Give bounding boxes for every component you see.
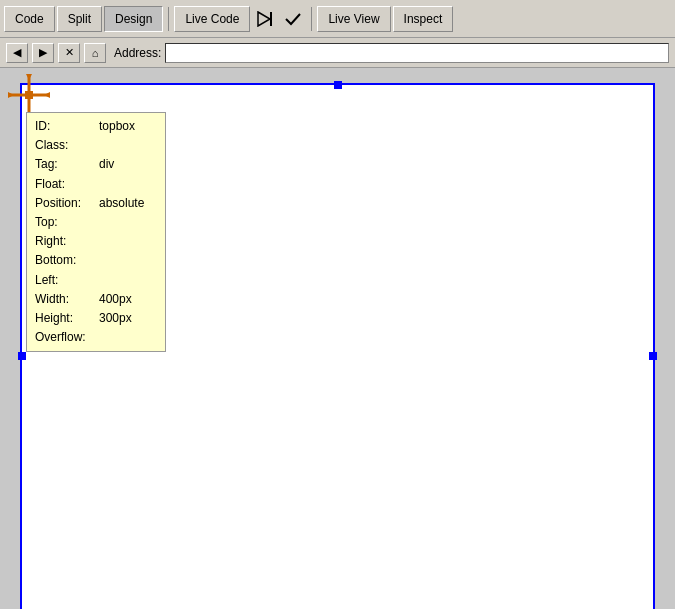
addressbar: ◀ ▶ ✕ ⌂ Address:	[0, 38, 675, 68]
code-button[interactable]: Code	[4, 6, 55, 32]
prop-id-row: ID: topbox	[35, 117, 157, 136]
prop-float-row: Float:	[35, 175, 157, 194]
livecode-button[interactable]: Live Code	[174, 6, 250, 32]
split-button[interactable]: Split	[57, 6, 102, 32]
liveview-button[interactable]: Live View	[317, 6, 390, 32]
properties-tooltip: ID: topbox Class: Tag: div Float: Positi…	[26, 112, 166, 352]
inspect-button[interactable]: Inspect	[393, 6, 454, 32]
prop-right-row: Right:	[35, 232, 157, 251]
address-input[interactable]	[165, 43, 669, 63]
prop-position-row: Position: absolute	[35, 194, 157, 213]
prop-tag-row: Tag: div	[35, 155, 157, 174]
prop-height-value: 300px	[99, 309, 132, 328]
handle-top-center[interactable]	[334, 81, 342, 89]
home-button[interactable]: ⌂	[84, 43, 106, 63]
prop-position-value: absolute	[99, 194, 144, 213]
prop-left-row: Left:	[35, 271, 157, 290]
svg-marker-6	[26, 74, 32, 80]
svg-marker-3	[8, 92, 14, 98]
prop-height-label: Height:	[35, 309, 95, 328]
stop-button[interactable]: ✕	[58, 43, 80, 63]
back-button[interactable]: ◀	[6, 43, 28, 63]
prop-bottom-label: Bottom:	[35, 251, 95, 270]
separator-1	[168, 7, 169, 31]
prop-height-row: Height: 300px	[35, 309, 157, 328]
svg-marker-4	[44, 92, 50, 98]
prop-overflow-label: Overflow:	[35, 328, 95, 347]
prop-bottom-row: Bottom:	[35, 251, 157, 270]
canvas-area: ID: topbox Class: Tag: div Float: Positi…	[0, 68, 675, 609]
design-button[interactable]: Design	[104, 6, 163, 32]
prop-tag-value: div	[99, 155, 114, 174]
handle-right-center[interactable]	[649, 352, 657, 360]
prop-width-label: Width:	[35, 290, 95, 309]
play-icon	[256, 11, 274, 27]
prop-top-label: Top:	[35, 213, 95, 232]
prop-float-label: Float:	[35, 175, 95, 194]
checkmark-icon-button[interactable]	[280, 6, 306, 32]
checkmark-icon	[284, 11, 302, 27]
toolbar: Code Split Design Live Code Live View In…	[0, 0, 675, 38]
prop-overflow-row: Overflow:	[35, 328, 157, 347]
prop-width-value: 400px	[99, 290, 132, 309]
prop-class-label: Class:	[35, 136, 95, 155]
prop-width-row: Width: 400px	[35, 290, 157, 309]
svg-marker-0	[258, 12, 270, 26]
prop-id-value: topbox	[99, 117, 135, 136]
prop-id-label: ID:	[35, 117, 95, 136]
handle-left-center[interactable]	[18, 352, 26, 360]
prop-left-label: Left:	[35, 271, 95, 290]
play-icon-button[interactable]	[252, 6, 278, 32]
prop-tag-label: Tag:	[35, 155, 95, 174]
prop-top-row: Top:	[35, 213, 157, 232]
forward-button[interactable]: ▶	[32, 43, 54, 63]
prop-class-row: Class:	[35, 136, 157, 155]
prop-position-label: Position:	[35, 194, 95, 213]
svg-rect-8	[25, 91, 33, 99]
address-label: Address:	[114, 46, 161, 60]
separator-2	[311, 7, 312, 31]
prop-right-label: Right:	[35, 232, 95, 251]
